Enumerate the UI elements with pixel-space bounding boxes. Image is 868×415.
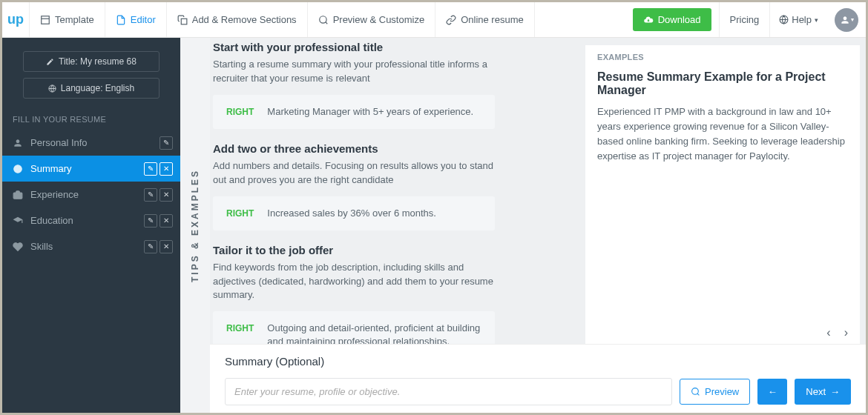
tip-example-text: Increased sales by 36% over 6 months.	[267, 207, 436, 220]
examples-label: EXAMPLES	[597, 53, 848, 62]
copy-icon	[177, 15, 188, 25]
title-pill[interactable]: Title: My resume 68	[23, 51, 160, 72]
tip-example-box: RIGHT Marketing Manager with 5+ years of…	[213, 95, 495, 129]
tip-example-text: Marketing Manager with 5+ years of exper…	[267, 105, 473, 119]
chevron-down-icon: ▾	[851, 16, 854, 23]
user-icon	[13, 138, 23, 148]
svg-point-3	[319, 16, 326, 22]
cloud-download-icon	[643, 15, 654, 25]
examples-panel: EXAMPLES Resume Summary Example for a Pr…	[585, 45, 860, 344]
top-bar: up Template Editor Add & Remove Sections…	[2, 2, 866, 38]
tab-label: Add & Remove Sections	[192, 14, 297, 25]
tip-body: Starting a resume summary with your prof…	[213, 58, 495, 86]
tab-label: Template	[55, 14, 94, 25]
tip-tag: RIGHT	[226, 322, 254, 344]
next-label: Next	[806, 386, 826, 397]
preview-button[interactable]: Preview	[680, 379, 750, 405]
tip-example-text: Outgoing and detail-oriented, proficient…	[267, 322, 481, 344]
sidebar-item-label: Summary	[30, 163, 72, 174]
pricing-link[interactable]: Pricing	[719, 2, 770, 37]
tips-panel: Start with your professional title Start…	[210, 38, 571, 344]
search-icon	[691, 387, 700, 396]
pencil-icon	[46, 58, 54, 66]
tip-example-box: RIGHT Increased sales by 36% over 6 mont…	[213, 196, 495, 230]
sidebar-item-label: Personal Info	[30, 137, 88, 148]
tip-title: Add two or three achievements	[213, 142, 556, 155]
tab-editor[interactable]: Editor	[105, 2, 166, 37]
arrow-right-icon: →	[830, 386, 840, 397]
briefcase-icon	[13, 190, 23, 200]
tab-preview[interactable]: Preview & Customize	[307, 2, 435, 37]
tip-body: Add numbers and details. Focusing on res…	[213, 159, 495, 187]
tab-online[interactable]: Online resume	[435, 2, 535, 37]
sidebar-item-experience[interactable]: Experience ✎✕	[2, 182, 180, 208]
logo[interactable]: up	[2, 2, 29, 37]
next-icon[interactable]: ›	[844, 326, 848, 339]
tab-label: Editor	[131, 14, 156, 25]
template-icon	[40, 15, 50, 25]
link-icon	[446, 15, 456, 25]
heart-icon	[13, 242, 23, 252]
close-icon[interactable]: ✕	[160, 188, 173, 202]
summary-heading: Summary (Optional)	[225, 355, 851, 368]
edit-icon[interactable]: ✎	[144, 188, 157, 202]
tip-tag: RIGHT	[226, 207, 254, 220]
language-pill[interactable]: Language: English	[23, 78, 160, 99]
edit-icon[interactable]: ✎	[144, 214, 157, 228]
sidebar-item-label: Experience	[30, 189, 79, 200]
preview-label: Preview	[705, 386, 739, 397]
language-pill-label: Language: English	[61, 83, 134, 93]
examples-title: Resume Summary Example for a Project Man…	[597, 70, 848, 97]
globe-icon	[48, 84, 56, 93]
search-icon	[318, 15, 329, 25]
globe-icon	[779, 15, 789, 24]
sidebar-item-summary[interactable]: Summary ✎✕	[2, 156, 180, 182]
title-pill-label: Title: My resume 68	[59, 56, 137, 67]
chevron-down-icon: ▾	[815, 16, 818, 24]
tab-template[interactable]: Template	[29, 2, 105, 37]
tip-tag: RIGHT	[226, 105, 254, 119]
target-icon	[13, 164, 23, 174]
summary-footer: Summary (Optional) Enter your resume, pr…	[210, 344, 866, 413]
vertical-tips-label: TIPS & EXAMPLES	[180, 38, 210, 413]
sidebar-item-label: Education	[30, 215, 73, 226]
tip-body: Find keywords from the job description, …	[213, 261, 495, 303]
edit-icon[interactable]: ✎	[160, 136, 173, 150]
help-dropdown[interactable]: Help ▾	[769, 2, 827, 37]
sidebar-item-personal[interactable]: Personal Info ✎	[2, 130, 180, 156]
svg-point-11	[17, 168, 18, 169]
edit-icon[interactable]: ✎	[144, 240, 157, 253]
help-label: Help	[792, 14, 812, 25]
tab-sections[interactable]: Add & Remove Sections	[166, 2, 307, 37]
tab-label: Preview & Customize	[333, 14, 425, 25]
user-icon	[840, 15, 850, 25]
close-icon[interactable]: ✕	[160, 240, 173, 253]
sidebar-item-education[interactable]: Education ✎✕	[2, 208, 180, 233]
svg-rect-2	[181, 19, 187, 24]
user-avatar-dropdown[interactable]: ▾	[835, 8, 858, 32]
file-icon	[116, 15, 126, 25]
download-button[interactable]: Download	[633, 8, 711, 31]
download-label: Download	[658, 14, 701, 25]
sidebar-section-title: FILL IN YOUR RESUME	[2, 102, 180, 130]
tip-title: Start with your professional title	[213, 41, 556, 53]
arrow-left-icon: ←	[768, 386, 777, 397]
close-icon[interactable]: ✕	[160, 162, 173, 176]
svg-rect-0	[42, 16, 50, 24]
back-button[interactable]: ←	[757, 379, 787, 405]
tip-example-box: RIGHT Outgoing and detail-oriented, prof…	[213, 311, 495, 344]
close-icon[interactable]: ✕	[160, 214, 173, 228]
examples-body: Experienced IT PMP with a background in …	[597, 104, 848, 165]
summary-input[interactable]: Enter your resume, profile or objective.	[225, 378, 672, 405]
svg-point-13	[692, 388, 699, 395]
edit-icon[interactable]: ✎	[144, 162, 157, 176]
next-button[interactable]: Next →	[795, 379, 851, 405]
sidebar-item-skills[interactable]: Skills ✎✕	[2, 233, 180, 259]
sidebar-item-label: Skills	[30, 241, 53, 252]
education-icon	[13, 216, 23, 226]
svg-line-14	[697, 394, 699, 395]
tab-label: Online resume	[461, 14, 524, 25]
sidebar: Title: My resume 68 Language: English FI…	[2, 38, 180, 413]
tip-title: Tailor it to the job offer	[213, 244, 556, 256]
prev-icon[interactable]: ‹	[826, 326, 830, 339]
